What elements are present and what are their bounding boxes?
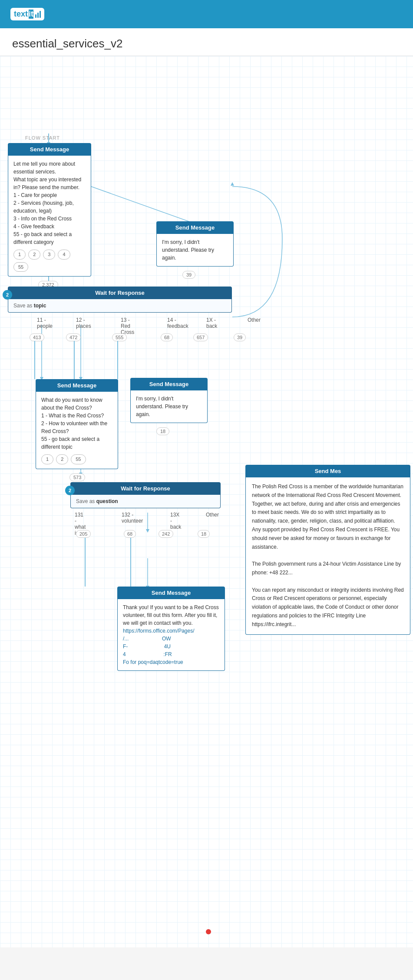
send-message-error-1-text: I'm sorry, I didn't understand. Please t… [162,238,228,262]
cat-13x: 13X - back [170,512,181,530]
chip-2-2: 2 [56,454,68,464]
send-message-error-2-body: I'm sorry, I didn't understand. Please t… [130,390,208,423]
send-message-2-text: What do you want to know about the Red C… [41,396,112,451]
send-message-1-chips: 1 2 3 4 55 [13,250,86,272]
chip-1: 1 [13,250,26,260]
send-message-red-cross-node: Send Mes The Polish Red Cross is a membe… [245,465,410,635]
count-39-2: 39 [234,333,246,341]
page-title: essential_services_v2 [0,28,413,56]
cat-14-feedback: 14 - feedback [167,317,188,329]
cat-other-2: Other [206,512,219,518]
wait-2-save-as: Save as question [76,498,215,504]
logo-signal-icon [35,11,41,18]
wait-response-1-node: 2 Wait for Response Save as topic [8,287,232,313]
send-message-error-2-text: I'm sorry, I didn't understand. Please t… [136,395,202,418]
logo: text it [10,8,44,20]
wait-response-1-body: Save as topic [8,299,232,313]
count-413: 413 [30,333,44,341]
send-message-3-body: Thank you! If you want to be a Red Cross… [117,599,225,671]
count-555: 555 [112,333,127,341]
chip-3: 3 [43,250,55,260]
count-68-2: 68 [124,530,136,538]
send-message-red-cross-body: The Polish Red Cross is a member of the … [245,477,410,635]
send-message-2-body: What do you want to know about the Red C… [36,392,118,469]
count-472: 472 [66,333,81,341]
send-message-3-node: Send Message Thank you! If you want to b… [117,587,225,671]
flow-canvas: FLOW START Send Message Let me tell you … [0,56,413,947]
svg-marker-12 [146,529,149,533]
wait-2-circle: 2 [65,486,75,495]
chip-55: 55 [13,262,28,272]
arrow-132 [130,538,131,587]
send-message-2-node: Send Message What do you want to know ab… [36,379,118,469]
logo-text: text [14,10,28,19]
send-message-red-cross-header: Send Mes [245,465,410,477]
chip-2-55: 55 [71,454,86,464]
count-205: 205 [76,530,91,538]
send-message-error-2-header: Send Message [130,378,208,390]
arrow-places [74,341,75,379]
wait-1-save-as: Save as topic [13,303,226,309]
red-dot-indicator [206,929,211,934]
send-message-error-1-header: Send Message [156,221,234,234]
send-message-1-text: Let me tell you more about essential ser… [13,160,86,246]
header: text it [0,0,413,28]
send-message-error-2-count: 18 [156,427,169,435]
wait-response-2-node: 2 Wait for Response Save as question [70,482,221,508]
send-message-1-body: Let me tell you more about essential ser… [8,156,91,277]
count-573: 573 [69,473,85,481]
wait-response-1-header: Wait for Response [8,287,232,299]
wait-response-2-body: Save as question [70,495,221,508]
count-18-2: 18 [198,530,210,538]
svg-marker-15 [231,182,234,186]
send-message-error-1-node: Send Message I'm sorry, I didn't underst… [156,221,234,267]
send-message-error-1-body: I'm sorry, I didn't understand. Please t… [156,234,234,267]
count-242: 242 [159,530,173,538]
cat-11-people: 11 - people [37,317,53,329]
send-message-1-header: Send Message [8,143,91,156]
logo-it: it [29,10,33,19]
wait-response-2-header: Wait for Response [70,482,221,495]
wait-1-circle: 2 [3,290,12,300]
send-message-2-header: Send Message [36,379,118,392]
cat-other-1: Other [248,317,261,323]
send-message-1-node: Send Message Let me tell you more about … [8,143,91,277]
send-message-2-chips: 1 2 55 [41,454,112,464]
count-68-1: 68 [161,333,173,341]
arrow-131 [85,538,86,587]
arrow-people [34,341,35,379]
cat-132: 132 - volunteer [122,512,143,524]
send-message-error-2-node: Send Message I'm sorry, I didn't underst… [130,378,208,423]
send-message-3-header: Send Message [117,587,225,599]
arrow-redcross [117,341,118,379]
chip-2-1: 1 [41,454,53,464]
flow-start-label: FLOW START [25,133,60,141]
send-message-error-1-count: 39 [182,271,195,279]
cat-13-red-cross: 13 - Red Cross [121,317,134,335]
cat-1x-back: 1X - back [206,317,217,329]
count-657: 657 [193,333,208,341]
chip-4: 4 [58,250,70,260]
cat-12-places: 12 - places [76,317,91,329]
chip-2: 2 [28,250,40,260]
